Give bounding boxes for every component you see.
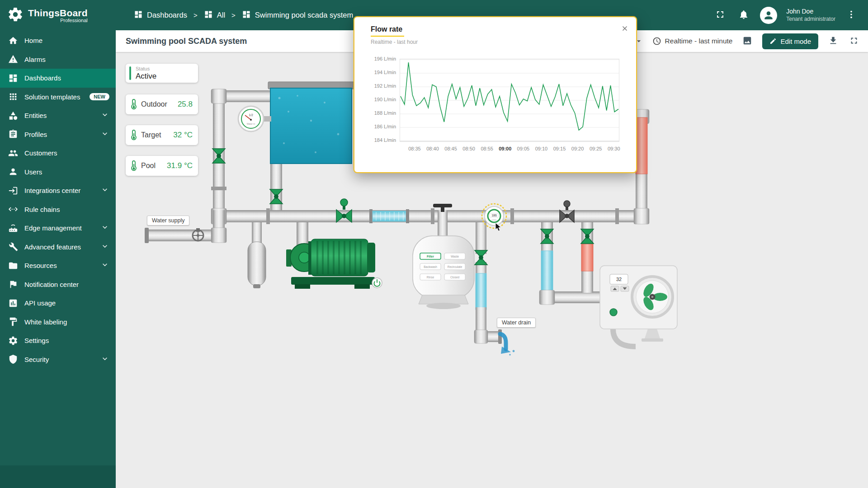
notifications-bell-icon[interactable]: [736, 7, 751, 23]
flow-meter-unit: L/min: [492, 219, 496, 221]
image-export-icon[interactable]: [741, 35, 753, 48]
main-column: Dashboards > All > Swimming pool scada s…: [116, 0, 868, 488]
sidebar-item-icon: [8, 167, 18, 177]
sidebar-item-label: Advanced features: [24, 243, 94, 251]
filter-mode-button-closed[interactable]: Closed: [444, 274, 465, 280]
sidebar-item-icon: [8, 279, 18, 289]
temp-value: 31.9 °C: [167, 161, 193, 170]
sidebar-item-label: Resources: [24, 262, 94, 269]
sidebar-item-security[interactable]: Security: [0, 350, 116, 369]
sidebar-item-home[interactable]: Home: [0, 31, 116, 50]
filter-mode-button-recirculate[interactable]: Recirculate: [444, 263, 465, 270]
chevron-down-icon: [100, 223, 109, 233]
x-axis-tick: 08:35: [406, 146, 423, 151]
temp-value: 32 °C: [173, 131, 193, 140]
valve-drain-line[interactable]: [475, 250, 487, 265]
water-drain-label: Water drain: [497, 318, 536, 328]
sidebar: ThingsBoard Professional Home Alarms Das…: [0, 0, 116, 488]
sidebar-item-label: Notification center: [24, 281, 109, 288]
sidebar-item-alarms[interactable]: Alarms: [0, 50, 116, 69]
sidebar-item-resources[interactable]: Resources: [0, 256, 116, 275]
user-role: Tenant administrator: [786, 16, 835, 23]
sidebar-item-icon: [8, 92, 18, 102]
sidebar-item-profiles[interactable]: Profiles: [0, 125, 116, 144]
chevron-down-icon: [100, 110, 109, 121]
x-axis-tick: 09:10: [533, 146, 549, 151]
filter-mode-button-filter[interactable]: Filter: [420, 253, 441, 259]
user-name: John Doe: [786, 8, 835, 16]
sidebar-item-label: Edge management: [24, 224, 94, 232]
sidebar-item-icon: [8, 111, 18, 121]
x-axis-tick: 09:15: [552, 146, 568, 151]
sidebar-item-advanced-features[interactable]: Advanced features: [0, 238, 116, 257]
sidebar-item-icon: [8, 298, 18, 308]
sidebar-item-settings[interactable]: Settings: [0, 331, 116, 350]
sidebar-item-label: Users: [24, 168, 109, 176]
sidebar-item-icon: [8, 317, 18, 327]
sidebar-item-api-usage[interactable]: API usage: [0, 294, 116, 313]
download-icon[interactable]: [827, 35, 839, 48]
sidebar-item-integrations-center[interactable]: Integrations center: [0, 181, 116, 200]
sidebar-item-label: White labeling: [24, 318, 109, 326]
close-icon[interactable]: [619, 23, 631, 36]
flow-meter-value: 186: [491, 214, 497, 217]
fullscreen-icon[interactable]: [713, 7, 727, 23]
status-value: Active: [136, 72, 156, 81]
dashboards-icon: [134, 10, 143, 21]
status-accent-bar: [129, 66, 131, 80]
y-axis-tick: 190 L/min: [370, 97, 396, 102]
filter-mode-button-waste[interactable]: Waste: [444, 253, 465, 259]
flow-meter[interactable]: 186 L/min: [482, 204, 506, 228]
filter-mode-button-backwash[interactable]: Backwash: [420, 263, 441, 270]
breadcrumb-all[interactable]: All: [204, 10, 225, 21]
user-menu[interactable]: John Doe Tenant administrator: [786, 8, 835, 23]
breadcrumb-separator: >: [231, 11, 236, 19]
y-axis-tick: 188 L/min: [370, 110, 396, 116]
sidebar-item-edge-management[interactable]: Edge management: [0, 219, 116, 238]
page-title: Swimming pool SCADA system: [126, 37, 247, 46]
sidebar-item-icon: [8, 54, 18, 64]
heat-pump-stepper-down[interactable]: [621, 286, 629, 291]
x-axis-tick: 09:05: [515, 146, 531, 151]
sidebar-item-customers[interactable]: Customers: [0, 144, 116, 163]
sidebar-item-icon: [8, 354, 18, 364]
sidebar-item-label: Rule chains: [24, 206, 109, 213]
sidebar-item-users[interactable]: Users: [0, 163, 116, 182]
x-axis-tick: 09:00: [497, 146, 513, 151]
popup-title: Flow rate: [371, 25, 404, 37]
heat-pump-power-indicator[interactable]: [610, 309, 617, 316]
sidebar-item-label: Entities: [24, 112, 94, 119]
expand-fullscreen-icon[interactable]: [848, 35, 860, 48]
heat-pump-stepper-up[interactable]: [611, 286, 619, 291]
avatar[interactable]: [760, 7, 777, 24]
flow-rate-dialog: Flow rate Realtime - last hour 196 L/min…: [354, 16, 637, 173]
sidebar-item-icon: [8, 223, 18, 233]
edit-mode-button[interactable]: Edit mode: [762, 33, 818, 49]
sidebar-item-notification-center[interactable]: Notification center: [0, 275, 116, 294]
sidebar-item-icon: [8, 186, 18, 196]
gauge-value: 1/2: [249, 113, 253, 117]
brand-name: ThingsBoard: [28, 8, 88, 19]
sidebar-item-white-labeling[interactable]: White labeling: [0, 313, 116, 332]
flow-rate-chart: 196 L/min194 L/min192 L/min190 L/min188 …: [370, 57, 623, 159]
sidebar-item-solution-templates[interactable]: Solution templates NEW: [0, 88, 116, 107]
pump-power-button[interactable]: [372, 278, 382, 288]
temp-value: 25.8: [178, 100, 193, 109]
sidebar-item-dashboards[interactable]: Dashboards: [0, 69, 116, 88]
sidebar-item-label: Profiles: [24, 131, 94, 138]
thingsboard-logo[interactable]: ThingsBoard Professional: [0, 0, 116, 30]
breadcrumb-current[interactable]: Swimming pool scada system: [242, 10, 353, 21]
filter-mode-button-rinse[interactable]: Rinse: [420, 274, 441, 280]
popup-subtitle: Realtime - last hour: [371, 39, 418, 45]
sidebar-nav: Home Alarms Dashboards Solution template…: [0, 30, 116, 465]
sidebar-item-icon: [8, 148, 18, 158]
breadcrumb-dashboards[interactable]: Dashboards: [134, 10, 187, 21]
sidebar-item-rule-chains[interactable]: Rule chains: [0, 200, 116, 219]
timewindow-button[interactable]: Realtime - last minute: [652, 37, 733, 46]
brand-edition: Professional: [60, 18, 88, 23]
chevron-down-icon: [100, 260, 109, 271]
status-label: Status: [136, 66, 156, 72]
kebab-menu-icon[interactable]: [844, 8, 858, 23]
sidebar-item-entities[interactable]: Entities: [0, 106, 116, 125]
pressure-gauge[interactable]: 1/2 Water in: [238, 106, 271, 131]
